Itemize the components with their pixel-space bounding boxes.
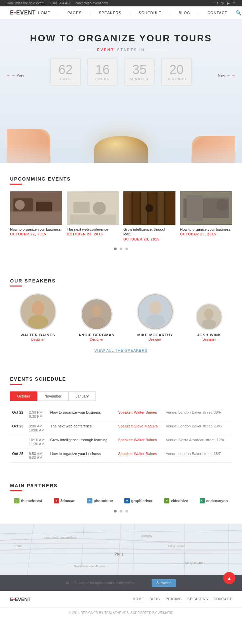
- schedule-row-2: Oct 23 9:00 AM10:00 AM The next web conf…: [10, 421, 232, 435]
- partner-graphicriver[interactable]: G graphicriver: [124, 498, 153, 503]
- dot-3[interactable]: [125, 248, 128, 250]
- footer-link-speakers[interactable]: SPEAKERS: [187, 597, 208, 601]
- svg-point-29: [146, 314, 165, 328]
- partners-grid: T themeforest 3 3docean P photodune G gr…: [10, 498, 232, 503]
- dot-2[interactable]: [120, 248, 122, 250]
- photodune-icon: P: [87, 498, 92, 503]
- footer-link-blog[interactable]: BLOG: [150, 597, 160, 601]
- partner-dot-2[interactable]: [120, 510, 122, 513]
- tab-november[interactable]: November: [37, 391, 69, 401]
- view-all-speakers-text[interactable]: VIEW ALL THE SPEAKERS: [94, 348, 148, 352]
- partner-dot-3[interactable]: [125, 510, 128, 513]
- countdown-hours: 16 HOURS: [87, 59, 118, 85]
- speakers-grid: WALTER BAINES Designer ANGIE BERGMAN Des…: [10, 293, 232, 341]
- speaker-avatar-walter[interactable]: [19, 293, 56, 330]
- speaker-name-angie: ANGIE BERGMAN: [78, 333, 115, 337]
- schedule-title-2: The next web conference: [48, 421, 116, 435]
- speaker-avatar-mike[interactable]: [137, 293, 174, 330]
- upcoming-events-section: UPCOMMING EVENTS How to organize your bu…: [0, 163, 242, 265]
- partner-videohive[interactable]: V videohive: [164, 498, 188, 503]
- subscribe-email-input[interactable]: [74, 581, 148, 585]
- events-grid: How to organize your business OCTOBER 22…: [10, 191, 232, 241]
- graphicriver-label: graphicriver: [131, 499, 153, 503]
- svg-text:Paris: Paris: [114, 552, 123, 557]
- schedule-row-4: Oct 25 9:50 AM9:00 AM How to organize yo…: [10, 449, 232, 462]
- footer-link-pricing[interactable]: PRICING: [166, 597, 182, 601]
- schedule-venue-2: Venue: London Baker street, 23/G: [164, 421, 232, 435]
- countdown-days: 62 DAYS: [50, 59, 81, 85]
- event-card-date-1: OCTOBER 22, 2015: [10, 232, 62, 236]
- event-card-date-3: OCTOBER 23, 2015: [123, 237, 175, 241]
- footer-link-home[interactable]: HOME: [133, 597, 144, 601]
- hero-prev-button[interactable]: ← ← Prev: [7, 73, 24, 77]
- schedule-speaker-3: Speaker: Walter Baines: [116, 435, 164, 449]
- svg-point-32: [202, 319, 216, 329]
- dot-1[interactable]: [114, 248, 117, 250]
- speakers-title: OUR SPEAKERS: [10, 278, 232, 283]
- subscribe-button[interactable]: Subscribe: [152, 579, 176, 587]
- tab-october[interactable]: October: [10, 391, 37, 401]
- schedule-section: EVENTS SCHEDULE October November January…: [0, 366, 242, 473]
- nav-schedule[interactable]: SCHEDULE: [136, 11, 163, 15]
- map-background: Paris Saint-Denis Aubervilliers Bobigny …: [0, 524, 242, 577]
- facebook-icon[interactable]: f: [213, 1, 214, 5]
- hero-next-label: Next →: [218, 73, 230, 77]
- event-card-img-3: [123, 191, 175, 225]
- svg-point-31: [204, 309, 214, 319]
- hero-starts-in: STARTS IN: [117, 48, 145, 52]
- next-arrow-icon: →: [232, 73, 235, 77]
- header: E•EVENT HOME | PAGES | SPEAKERS | SCHEDU…: [0, 6, 242, 20]
- partners-pagination: [10, 509, 232, 514]
- event-card-img-1: [10, 191, 62, 225]
- youtube-icon[interactable]: ▶: [227, 1, 230, 5]
- nav-home[interactable]: HOME: [36, 11, 52, 15]
- 3docean-label: 3docean: [61, 499, 76, 503]
- partner-photodune[interactable]: P photodune: [87, 498, 113, 503]
- schedule-title-underline: [10, 384, 22, 385]
- search-icon[interactable]: 🔍: [236, 10, 241, 15]
- svg-rect-11: [133, 192, 139, 225]
- svg-rect-8: [70, 215, 115, 224]
- countdown-days-label: DAYS: [60, 77, 71, 81]
- speaker-role-walter: Designer: [19, 338, 56, 341]
- hero-next-button[interactable]: Next → →: [218, 73, 235, 77]
- nav-contact[interactable]: CONTACT: [205, 11, 229, 15]
- tab-january[interactable]: January: [69, 391, 96, 401]
- countdown-hours-value: 16: [95, 63, 110, 76]
- speaker-avatar-josh[interactable]: [196, 303, 223, 330]
- partner-3docean[interactable]: 3 3docean: [54, 498, 76, 503]
- footer-copyright: © 2014 DESIGNED BY TESLATHEMES, SUPPORTE…: [69, 611, 173, 615]
- svg-point-28: [149, 301, 161, 314]
- map-svg: Paris Saint-Denis Aubervilliers Bobigny …: [0, 524, 242, 577]
- footer-links: HOME BLOG PRICING SPEAKERS CONTACT: [133, 597, 232, 601]
- googleplus-icon[interactable]: g+: [221, 1, 225, 5]
- nav-blog[interactable]: BLOG: [176, 11, 192, 15]
- hero-prev-label: ← Prev: [12, 73, 24, 77]
- scroll-to-top-button[interactable]: ▲: [223, 572, 235, 584]
- schedule-date-4: Oct 25: [10, 449, 27, 462]
- map-section: Paris Saint-Denis Aubervilliers Bobigny …: [0, 524, 242, 591]
- partner-codecanyon[interactable]: C codecanyon: [200, 498, 228, 503]
- event-card-3: Grow intelligence, through lear... OCTOB…: [123, 191, 175, 241]
- footer-nav: E•EVENT HOME BLOG PRICING SPEAKERS CONTA…: [0, 591, 242, 607]
- speaker-angie: ANGIE BERGMAN Designer: [78, 298, 115, 341]
- countdown-seconds-label: SECONDS: [167, 77, 187, 81]
- speaker-photo-josh: [197, 304, 221, 329]
- subtitle-line-left: [74, 50, 94, 50]
- linkedin-icon[interactable]: in: [233, 1, 235, 5]
- schedule-speaker-4: Speaker: Walter Baines: [116, 449, 164, 462]
- partner-themeforest[interactable]: T themeforest: [14, 498, 42, 503]
- countdown-hours-label: HOURS: [95, 77, 110, 81]
- nav-speakers[interactable]: SPEAKERS: [97, 11, 123, 15]
- footer-logo: E•EVENT: [10, 597, 31, 602]
- speaker-photo-walter: [21, 294, 55, 329]
- partner-dot-1[interactable]: [114, 510, 117, 513]
- countdown-minutes: 35 MINUTES: [124, 59, 155, 85]
- svg-rect-19: [187, 195, 203, 221]
- svg-text:Noisy-le-Grand: Noisy-le-Grand: [185, 561, 205, 565]
- view-all-speakers-link[interactable]: VIEW ALL THE SPEAKERS: [10, 348, 232, 353]
- twitter-icon[interactable]: t: [217, 1, 218, 5]
- speaker-avatar-angie[interactable]: [81, 298, 113, 330]
- nav-pages[interactable]: PAGES: [66, 11, 84, 15]
- footer-link-contact[interactable]: CONTACT: [213, 597, 232, 601]
